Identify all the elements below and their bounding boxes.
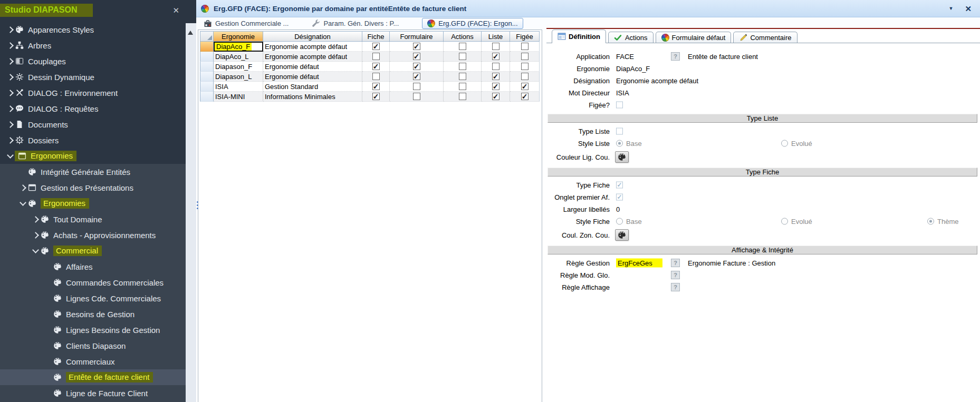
field-value[interactable]: FACE (616, 52, 634, 60)
figee-cell[interactable] (510, 62, 540, 72)
fiche-checkbox[interactable]: ✓ (372, 43, 380, 50)
column-header-ergonomie[interactable]: Ergonomie (214, 31, 263, 42)
figee-cell[interactable]: ✓ (510, 92, 540, 102)
tree-item-commerciaux[interactable]: Commerciaux (0, 354, 186, 369)
row-selector[interactable] (200, 52, 214, 62)
tree-item-arbres[interactable]: Arbres (0, 37, 186, 53)
liste-checkbox[interactable]: ✓ (492, 83, 499, 90)
actions-cell[interactable] (444, 42, 482, 52)
chevron-down-icon[interactable] (18, 202, 27, 205)
field-value[interactable]: ISIA (616, 89, 629, 96)
row-selector[interactable] (200, 42, 214, 52)
fiche-cell[interactable]: ✓ (362, 92, 390, 102)
tree-item-achats-approvisionnements[interactable]: Achats - Approvisionnements (0, 227, 186, 243)
fiche-checkbox[interactable]: ✓ (372, 83, 380, 90)
actions-checkbox[interactable] (459, 73, 466, 80)
chevron-right-icon[interactable] (5, 138, 15, 143)
formulaire-checkbox[interactable]: ✓ (413, 63, 420, 70)
fiche-cell[interactable]: ✓ (362, 42, 390, 52)
figee-cell[interactable] (510, 42, 540, 52)
field-checkbox[interactable] (616, 101, 623, 108)
tree-item-dialog-environnement[interactable]: DIALOG : Environnement (0, 85, 186, 101)
formulaire-checkbox[interactable]: ✓ (413, 73, 420, 80)
tree-item-apparences-styles[interactable]: Apparences Styles (0, 22, 186, 37)
column-header-fiche[interactable]: Fiche (362, 31, 390, 42)
formulaire-cell[interactable]: ✓ (390, 42, 444, 52)
liste-cell[interactable]: ✓ (482, 82, 510, 92)
field-value[interactable]: Ergonomie acompte défaut (616, 76, 698, 84)
help-button[interactable]: ? (671, 271, 680, 279)
tree-item-lignes-besoins-de-gestion[interactable]: Lignes Besoins de Gestion (0, 322, 186, 338)
ergonomie-cell-selected[interactable]: DiapAco_F (214, 42, 263, 52)
color-palette-button[interactable] (615, 151, 629, 163)
column-header-actions[interactable]: Actions (444, 31, 482, 42)
field-checkbox[interactable]: ✓ (616, 181, 623, 188)
chevron-right-icon[interactable] (5, 91, 15, 95)
fiche-cell[interactable]: ✓ (362, 62, 390, 72)
ergonomie-cell[interactable]: ISIA-MINI (214, 92, 263, 102)
select-all-corner[interactable] (200, 31, 214, 42)
liste-checkbox[interactable] (492, 63, 499, 70)
ergonomie-cell[interactable]: Diapason_L (214, 72, 263, 82)
figee-cell[interactable]: ✓ (510, 82, 540, 92)
designation-cell[interactable]: Gestion Standard (263, 82, 362, 92)
tree-item-besoins-de-gestion[interactable]: Besoins de Gestion (0, 306, 186, 322)
radio-option-base[interactable]: Base (616, 217, 642, 225)
tree-item-lignes-cde-commerciales[interactable]: Lignes Cde. Commerciales (0, 290, 186, 306)
chevron-down-icon[interactable] (5, 154, 15, 158)
radio-option-evolue[interactable]: Evolué (781, 217, 812, 225)
tree-item-tout-domaine[interactable]: Tout Domaine (0, 211, 186, 227)
help-button[interactable]: ? (671, 283, 680, 291)
sidebar-close-icon[interactable]: ✕ (172, 6, 179, 14)
tree-item-dessin-dynamique[interactable]: Dessin Dynamique (0, 69, 186, 85)
liste-checkbox[interactable]: ✓ (492, 53, 499, 60)
ergonomie-cell[interactable]: ISIA (214, 82, 263, 92)
tree-item-integrite-generale-entites[interactable]: Intégrité Générale Entités (0, 164, 186, 180)
fiche-cell[interactable] (362, 72, 390, 82)
chevron-right-icon[interactable] (31, 217, 40, 222)
chevron-right-icon[interactable] (5, 122, 15, 127)
radio-option-theme[interactable]: Thème (927, 217, 958, 225)
chevron-down-icon[interactable] (31, 249, 40, 252)
row-selector[interactable] (200, 92, 214, 102)
formulaire-checkbox[interactable] (413, 93, 420, 100)
row-selector[interactable] (200, 72, 214, 82)
tree-item-ergonomies[interactable]: Ergonomies (0, 148, 186, 164)
designation-cell[interactable]: Ergonomie défaut (263, 72, 362, 82)
collapse-icon[interactable]: ▼ (949, 6, 954, 11)
ergonomie-cell[interactable]: Diapason_F (214, 62, 263, 72)
figee-checkbox[interactable] (521, 53, 529, 60)
ergonomie-cell[interactable]: DiapAco_L (214, 52, 263, 62)
designation-cell[interactable]: Ergonomie acompte défaut (263, 52, 362, 62)
help-button[interactable]: ? (671, 259, 680, 267)
tree-item-entete-de-facture-client[interactable]: Entête de facture client (0, 369, 186, 385)
splitter-handle-icon[interactable] (197, 201, 198, 209)
liste-cell[interactable] (482, 62, 510, 72)
fiche-checkbox[interactable] (372, 53, 380, 60)
designation-cell[interactable]: Ergonomie défaut (263, 62, 362, 72)
fiche-cell[interactable]: ✓ (362, 82, 390, 92)
figee-cell[interactable] (510, 52, 540, 62)
tree-item-dossiers[interactable]: Dossiers (0, 132, 186, 148)
chevron-right-icon[interactable] (5, 43, 15, 48)
tree-item-gestion-des-presentations[interactable]: Gestion des Présentations (0, 180, 186, 195)
scroll-up-icon[interactable] (188, 31, 193, 35)
tree-item-clients-diapason[interactable]: Clients Diapason (0, 338, 186, 354)
formulaire-cell[interactable] (390, 92, 444, 102)
close-icon[interactable]: ✕ (965, 5, 972, 13)
figee-cell[interactable] (510, 72, 540, 82)
actions-cell[interactable] (444, 62, 482, 72)
formulaire-cell[interactable]: ✓ (390, 72, 444, 82)
formulaire-checkbox[interactable] (413, 83, 420, 90)
column-header-designation[interactable]: Désignation (263, 31, 362, 42)
field-checkbox[interactable] (616, 128, 623, 134)
formulaire-cell[interactable] (390, 82, 444, 92)
figee-checkbox[interactable] (521, 43, 529, 50)
tree-scrollbar[interactable] (186, 0, 196, 402)
field-value[interactable]: ErgFceGes (616, 258, 662, 267)
column-header-liste[interactable]: Liste (482, 31, 510, 42)
actions-cell[interactable] (444, 72, 482, 82)
row-selector[interactable] (200, 62, 214, 72)
field-checkbox[interactable]: ✓ (616, 193, 623, 200)
actions-cell[interactable] (444, 92, 482, 102)
